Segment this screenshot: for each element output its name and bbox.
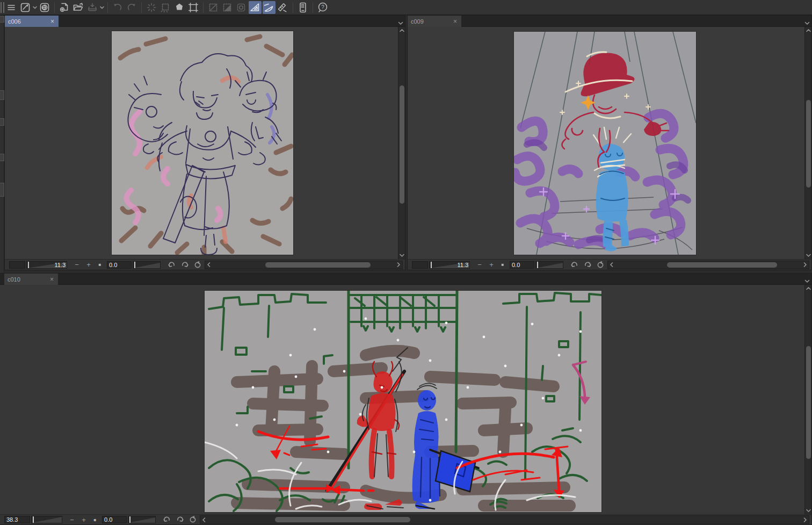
zoom-slider-thumb[interactable] <box>431 262 432 268</box>
zoom-out-button[interactable]: − <box>475 261 484 269</box>
rotation-value-field[interactable]: 0.0 <box>510 261 534 269</box>
rotation-slider[interactable] <box>535 261 563 269</box>
scroll-up-icon[interactable] <box>398 27 405 34</box>
tab-menu-chevron-icon[interactable] <box>804 18 810 27</box>
rotate-right-button[interactable] <box>175 515 185 524</box>
close-icon[interactable]: × <box>49 18 55 25</box>
save-file-button[interactable] <box>86 1 99 14</box>
deselect-button[interactable] <box>159 1 172 14</box>
zoom-in-button[interactable]: + <box>487 261 496 269</box>
reset-view-button[interactable] <box>193 261 202 269</box>
tab-c009[interactable]: c009 × <box>408 16 461 27</box>
zoom-value-field[interactable] <box>412 261 428 269</box>
undo-button[interactable] <box>111 1 124 14</box>
scroll-right-icon[interactable] <box>395 261 402 269</box>
zoom-reset-button[interactable]: ■ <box>499 261 506 269</box>
close-icon[interactable]: × <box>49 276 55 283</box>
rotation-slider[interactable] <box>128 516 156 523</box>
scroll-down-icon[interactable] <box>398 251 405 259</box>
vertical-scrollbar[interactable] <box>804 285 811 514</box>
rotate-right-button[interactable] <box>583 261 592 269</box>
rotate-left-button[interactable] <box>570 261 579 269</box>
vertical-scrollbar[interactable] <box>804 27 811 259</box>
main-menu-button[interactable] <box>5 1 18 14</box>
horizontal-scroll-track[interactable] <box>615 261 801 269</box>
scroll-left-icon[interactable] <box>608 261 615 269</box>
canvas-viewport[interactable] <box>0 285 804 514</box>
horizontal-scroll-thumb[interactable] <box>265 262 371 268</box>
rotation-value-field[interactable]: 0.0 <box>102 516 127 523</box>
rotation-slider-thumb[interactable] <box>134 262 135 268</box>
rotate-right-button[interactable] <box>180 261 190 269</box>
fill-shape-button[interactable] <box>173 1 186 14</box>
horizontal-scroll-track[interactable] <box>213 261 395 269</box>
horizontal-scroll-thumb[interactable] <box>275 517 410 522</box>
scroll-right-icon[interactable] <box>801 516 809 523</box>
zoom-slider[interactable] <box>31 516 62 523</box>
processing-button[interactable] <box>145 1 158 14</box>
clear-selection-button[interactable] <box>207 1 220 14</box>
horizontal-scroll-track[interactable] <box>208 516 801 523</box>
rotation-slider-thumb[interactable] <box>129 516 130 523</box>
companion-device-button[interactable] <box>296 1 309 14</box>
tab-menu-chevron-icon[interactable] <box>804 276 810 285</box>
save-dropdown[interactable] <box>99 1 105 14</box>
zoom-value-field[interactable] <box>9 261 25 269</box>
vertical-scroll-thumb[interactable] <box>806 100 811 188</box>
vertical-scroll-thumb[interactable] <box>806 346 811 459</box>
zoom-slider[interactable]: 11.3 <box>26 261 67 269</box>
open-file-button[interactable] <box>72 1 85 14</box>
clip-studio-button[interactable] <box>38 1 51 14</box>
zoom-slider-thumb[interactable] <box>33 516 34 523</box>
scroll-up-icon[interactable] <box>805 27 811 34</box>
tab-c010[interactable]: c010 × <box>4 274 58 285</box>
zoom-reset-button[interactable]: ■ <box>91 515 99 524</box>
vertical-scroll-track[interactable] <box>805 292 811 507</box>
zoom-out-button[interactable]: − <box>68 515 76 524</box>
zoom-reset-button[interactable]: ■ <box>96 261 104 269</box>
vertical-scroll-track[interactable] <box>398 34 405 251</box>
tool-style-dropdown[interactable] <box>32 1 38 14</box>
scroll-left-icon[interactable] <box>205 261 213 269</box>
canvas-artwork-c010[interactable] <box>205 291 601 512</box>
canvas-artwork-c009[interactable] <box>514 32 696 255</box>
horizontal-scrollbar[interactable] <box>205 261 403 269</box>
reset-view-button[interactable] <box>188 515 198 524</box>
invert-selection-button[interactable] <box>221 1 234 14</box>
rotate-left-button[interactable] <box>162 515 172 524</box>
tab-menu-chevron-icon[interactable] <box>398 18 403 27</box>
reset-view-button[interactable] <box>596 261 605 269</box>
selection-border-button[interactable] <box>235 1 248 14</box>
horizontal-scrollbar[interactable] <box>607 261 809 269</box>
zoom-in-button[interactable]: + <box>79 515 88 524</box>
toolbar-grip[interactable] <box>1 2 4 13</box>
new-file-button[interactable] <box>58 1 71 14</box>
zoom-slider-thumb[interactable] <box>28 262 29 268</box>
transform-button[interactable] <box>187 1 200 14</box>
redo-button[interactable] <box>125 1 138 14</box>
scroll-down-icon[interactable] <box>805 507 811 514</box>
scroll-right-icon[interactable] <box>801 261 809 269</box>
zoom-slider[interactable]: 11.3 <box>429 261 470 269</box>
vertical-scroll-thumb[interactable] <box>400 85 404 204</box>
rotation-slider-thumb[interactable] <box>537 262 538 268</box>
horizontal-scroll-thumb[interactable] <box>667 262 777 268</box>
canvas-artwork-c006[interactable] <box>112 31 293 255</box>
rotation-slider[interactable] <box>133 261 161 269</box>
rotation-value-field[interactable]: 0.0 <box>107 261 132 269</box>
canvas-viewport[interactable] <box>5 27 398 259</box>
snap-to-grid-button[interactable] <box>277 1 289 14</box>
scroll-down-icon[interactable] <box>805 251 811 259</box>
rotate-left-button[interactable] <box>167 261 177 269</box>
zoom-value-field[interactable]: 38.3 <box>4 516 30 523</box>
horizontal-scrollbar[interactable] <box>200 515 809 524</box>
zoom-in-button[interactable]: + <box>84 261 93 269</box>
snap-to-ruler-button[interactable] <box>249 1 262 14</box>
tool-style-button[interactable] <box>19 1 32 14</box>
close-icon[interactable]: × <box>452 18 458 25</box>
scroll-left-icon[interactable] <box>200 516 208 523</box>
snap-to-special-ruler-button[interactable] <box>263 1 276 14</box>
canvas-viewport[interactable] <box>408 27 804 259</box>
vertical-scrollbar[interactable] <box>398 27 405 259</box>
tab-c006[interactable]: c006 × <box>5 16 59 27</box>
